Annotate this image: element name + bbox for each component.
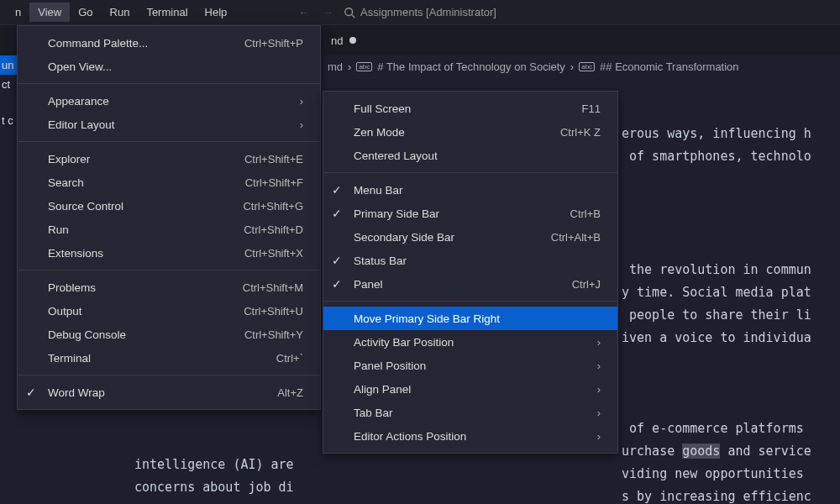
menu-item-label: Tab Bar xyxy=(354,407,393,419)
menu-item-command-palette[interactable]: Command Palette...Ctrl+Shift+P xyxy=(18,31,320,55)
menu-item-label: Problems xyxy=(48,281,96,294)
menu-item-centered-layout[interactable]: Centered Layout xyxy=(323,144,617,167)
dirty-indicator-icon xyxy=(349,37,356,44)
editor-line: urchase goods and service xyxy=(622,440,840,463)
menu-item-label: Word Wrap xyxy=(48,386,105,399)
menu-item-label: Run xyxy=(48,223,69,236)
editor-line xyxy=(622,191,840,213)
keybinding: Ctrl+Shift+U xyxy=(244,305,303,318)
menu-item-panel-position[interactable]: Panel Position› xyxy=(323,354,617,377)
chevron-right-icon: › xyxy=(597,407,601,419)
sidebar-item[interactable]: ct xyxy=(0,75,17,94)
menu-item-editor-layout[interactable]: Editor Layout› xyxy=(18,113,320,136)
menu-item-editor-actions-position[interactable]: Editor Actions Position› xyxy=(323,424,617,448)
menubar-item-terminal[interactable]: Terminal xyxy=(138,3,196,22)
keybinding: F11 xyxy=(582,102,601,115)
chevron-right-icon: › xyxy=(597,430,601,443)
window-title[interactable]: Assignments [Administrator] xyxy=(344,6,496,18)
check-icon: ✓ xyxy=(332,207,342,220)
menu-item-label: Extensions xyxy=(48,247,103,260)
heading-icon: abc xyxy=(579,62,595,71)
keybinding: Ctrl+` xyxy=(276,352,303,365)
menu-item-label: Appearance xyxy=(48,95,109,108)
menu-item-menu-bar[interactable]: ✓Menu Bar xyxy=(323,178,617,202)
menu-item-align-panel[interactable]: Align Panel› xyxy=(323,377,617,401)
menu-item-panel[interactable]: ✓PanelCtrl+J xyxy=(323,272,617,296)
menu-item-label: Secondary Side Bar xyxy=(354,231,454,244)
menu-item-zen-mode[interactable]: Zen ModeCtrl+K Z xyxy=(323,120,617,144)
menubar-item-help[interactable]: Help xyxy=(197,3,236,22)
keybinding: Ctrl+K Z xyxy=(560,126,601,139)
menu-item-move-primary-side-bar-right[interactable]: Move Primary Side Bar Right xyxy=(323,307,617,330)
keybinding: Ctrl+Shift+D xyxy=(244,223,303,236)
sidebar-fragment: un ct t c xyxy=(0,55,17,130)
menu-item-label: Open View... xyxy=(48,60,112,73)
menu-item-label: Panel Position xyxy=(354,360,426,372)
editor-tab[interactable]: nd xyxy=(318,25,370,55)
keybinding: Ctrl+Shift+E xyxy=(244,153,303,165)
keybinding: Ctrl+J xyxy=(572,278,601,291)
menu-item-appearance[interactable]: Appearance› xyxy=(18,89,320,113)
menu-item-search[interactable]: SearchCtrl+Shift+F xyxy=(18,171,320,194)
window-title-text: Assignments [Administrator] xyxy=(360,6,496,18)
menu-item-activity-bar-position[interactable]: Activity Bar Position› xyxy=(323,330,617,354)
keybinding: Ctrl+B xyxy=(570,207,601,220)
sidebar-item[interactable]: un xyxy=(0,55,17,75)
menu-item-primary-side-bar[interactable]: ✓Primary Side BarCtrl+B xyxy=(323,202,617,225)
menu-item-status-bar[interactable]: ✓Status Bar xyxy=(323,249,617,272)
breadcrumb-h2: ## Economic Transformation xyxy=(600,60,738,73)
menu-item-extensions[interactable]: ExtensionsCtrl+Shift+X xyxy=(18,241,320,265)
menu-item-problems[interactable]: ProblemsCtrl+Shift+M xyxy=(18,276,320,299)
search-icon xyxy=(344,7,355,18)
editor-line xyxy=(622,168,840,191)
chevron-right-icon: › xyxy=(597,336,601,349)
chevron-right-icon: › xyxy=(597,383,601,396)
forward-arrow-icon[interactable]: → xyxy=(323,6,333,18)
menu-item-label: Menu Bar xyxy=(354,184,403,197)
menu-item-tab-bar[interactable]: Tab Bar› xyxy=(323,401,617,424)
editor-line: iven a voice to individua xyxy=(622,327,840,349)
menu-item-source-control[interactable]: Source ControlCtrl+Shift+G xyxy=(18,194,320,218)
menubar-item-n[interactable]: n xyxy=(7,3,29,22)
menu-item-full-screen[interactable]: Full ScreenF11 xyxy=(323,97,617,120)
back-arrow-icon[interactable]: ← xyxy=(298,6,309,18)
menubar-item-go[interactable]: Go xyxy=(70,3,101,22)
editor-line xyxy=(622,236,840,259)
editor-line: of e-commerce platforms xyxy=(622,417,840,440)
editor-line xyxy=(622,372,840,395)
check-icon: ✓ xyxy=(332,254,342,267)
chevron-right-icon: › xyxy=(348,60,351,73)
menu-item-run[interactable]: RunCtrl+Shift+D xyxy=(18,218,320,241)
tab-label: nd xyxy=(331,34,343,47)
menu-item-explorer[interactable]: ExplorerCtrl+Shift+E xyxy=(18,147,320,171)
menu-item-word-wrap[interactable]: ✓Word WrapAlt+Z xyxy=(18,381,320,404)
menu-item-secondary-side-bar[interactable]: Secondary Side BarCtrl+Alt+B xyxy=(323,225,617,249)
menu-item-terminal[interactable]: TerminalCtrl+` xyxy=(18,346,320,370)
keybinding: Ctrl+Alt+B xyxy=(551,231,601,244)
editor-line: people to share their li xyxy=(622,304,840,327)
keybinding: Ctrl+Shift+Y xyxy=(244,328,303,341)
keybinding: Ctrl+Shift+M xyxy=(243,281,303,294)
editor-line: viding new opportunities xyxy=(622,463,840,486)
menu-item-label: Output xyxy=(48,305,82,318)
menu-item-label: Panel xyxy=(354,278,383,291)
chevron-right-icon: › xyxy=(570,60,574,73)
menu-item-label: Zen Mode xyxy=(354,126,405,139)
editor-line: s by increasing efficienc xyxy=(622,486,840,504)
menu-item-label: Move Primary Side Bar Right xyxy=(354,312,500,325)
editor-line: y time. Social media plat xyxy=(622,281,840,304)
menubar-item-run[interactable]: Run xyxy=(102,3,139,22)
menu-item-open-view[interactable]: Open View... xyxy=(18,55,320,78)
menu-item-output[interactable]: OutputCtrl+Shift+U xyxy=(18,299,320,323)
keybinding: Ctrl+Shift+G xyxy=(243,200,303,213)
svg-point-0 xyxy=(345,8,353,15)
editor-line: erous ways, influencing h xyxy=(622,123,840,145)
sidebar-item[interactable]: t c xyxy=(0,111,17,130)
editor-line xyxy=(622,349,840,372)
menubar-item-view[interactable]: View xyxy=(29,3,70,22)
menu-item-label: Centered Layout xyxy=(354,150,438,162)
appearance-submenu: Full ScreenF11Zen ModeCtrl+K ZCentered L… xyxy=(323,91,618,454)
menu-item-debug-console[interactable]: Debug ConsoleCtrl+Shift+Y xyxy=(18,323,320,346)
keybinding: Ctrl+Shift+X xyxy=(244,247,303,260)
keybinding: Ctrl+Shift+F xyxy=(245,176,303,189)
